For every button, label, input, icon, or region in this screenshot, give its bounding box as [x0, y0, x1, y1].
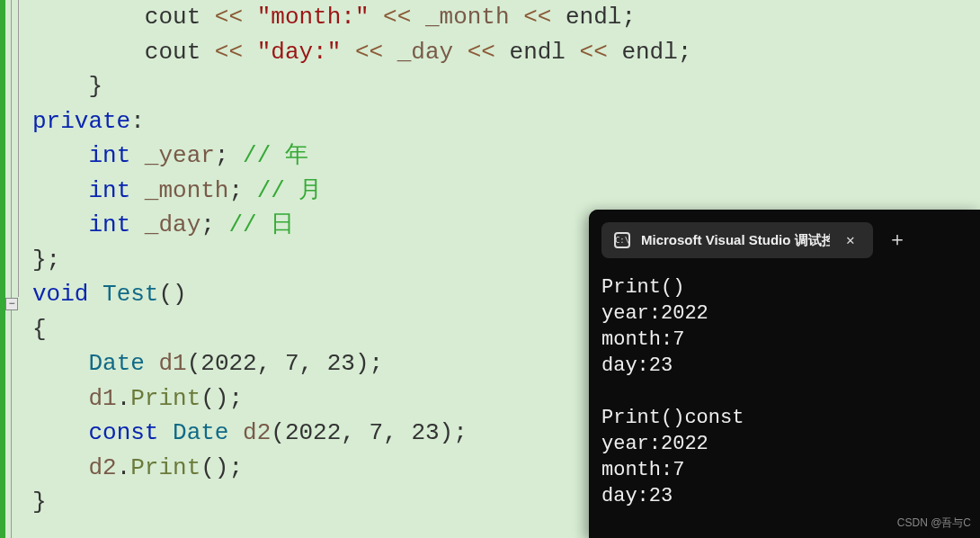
code-token: ,	[257, 350, 285, 377]
code-line[interactable]: cout << "day:" << _day << endl << endl;	[32, 35, 980, 70]
code-token	[130, 211, 145, 238]
code-token: <<	[566, 39, 621, 66]
code-token	[158, 419, 173, 446]
code-token: cout	[145, 4, 200, 31]
code-token: <<	[453, 39, 509, 66]
code-token: 23	[327, 350, 355, 377]
code-token: .	[117, 385, 131, 412]
code-token: // 日	[228, 211, 294, 238]
code-token: int	[88, 177, 130, 204]
code-token: _day	[145, 211, 200, 238]
editor-gutter: −	[0, 0, 25, 538]
terminal-titlebar: C:\ Microsoft Visual Studio 调试控 ✕ ＋	[589, 210, 980, 262]
code-token: 2022	[200, 350, 256, 377]
code-token: Test	[102, 281, 158, 308]
code-token: "day:"	[257, 39, 342, 66]
code-token	[130, 177, 145, 204]
code-token: ()	[158, 281, 186, 308]
code-token: <<	[370, 4, 425, 31]
code-token: int	[88, 142, 130, 169]
code-token: ;	[678, 39, 692, 66]
code-token: cout	[145, 39, 200, 66]
code-token: endl	[621, 39, 677, 66]
code-token: ();	[200, 385, 243, 412]
code-token	[228, 419, 243, 446]
code-token: int	[88, 211, 130, 238]
code-token: Print	[130, 385, 200, 412]
code-token: Date	[88, 350, 144, 377]
code-token: // 月	[257, 177, 323, 204]
code-token: ;	[200, 211, 228, 238]
code-token: ;	[621, 4, 636, 31]
code-token: ();	[200, 454, 243, 481]
code-token: .	[117, 454, 131, 481]
code-token: _month	[425, 4, 510, 31]
code-token: (	[271, 419, 285, 446]
code-token: <<	[510, 4, 566, 31]
terminal-output: Print() year:2022 month:7 day:23 Print()…	[589, 262, 980, 522]
code-token: (	[187, 350, 201, 377]
code-token: Print	[130, 454, 200, 481]
code-token: void	[32, 281, 88, 308]
code-token: ;	[228, 177, 256, 204]
code-token: 7	[285, 350, 299, 377]
code-token: endl	[566, 4, 621, 31]
fold-toggle-icon[interactable]: −	[5, 298, 18, 310]
code-token: "month:"	[257, 4, 370, 31]
code-token: endl	[510, 39, 566, 66]
code-token	[145, 350, 159, 377]
code-token: <<	[200, 39, 256, 66]
code-token: <<	[200, 4, 256, 31]
code-token: }	[88, 73, 102, 100]
code-token: d1	[158, 350, 186, 377]
new-tab-button[interactable]: ＋	[873, 226, 922, 253]
code-token: <<	[341, 39, 396, 66]
code-token: 23	[411, 419, 439, 446]
code-token: ,	[341, 419, 369, 446]
code-token: Date	[173, 419, 228, 446]
code-token: d2	[88, 454, 116, 481]
terminal-window[interactable]: C:\ Microsoft Visual Studio 调试控 ✕ ＋ Prin…	[589, 210, 980, 538]
code-token: const	[88, 419, 158, 446]
code-token: ,	[383, 419, 411, 446]
code-token: // 年	[243, 142, 308, 169]
code-token: };	[32, 247, 60, 273]
close-tab-button[interactable]: ✕	[841, 231, 860, 249]
code-token: }	[32, 489, 47, 516]
terminal-icon: C:\	[614, 232, 630, 248]
code-token: :	[130, 108, 145, 135]
code-token: 7	[370, 419, 384, 446]
terminal-tab[interactable]: C:\ Microsoft Visual Studio 调试控 ✕	[601, 222, 873, 258]
code-line[interactable]: int _month; // 月	[32, 174, 980, 209]
code-token	[130, 142, 145, 169]
code-token: d2	[243, 419, 271, 446]
code-token: _month	[145, 177, 229, 204]
gutter-guide-line	[11, 0, 12, 538]
code-line[interactable]: }	[32, 69, 980, 104]
code-token: d1	[88, 385, 116, 412]
code-token: private	[32, 108, 130, 135]
code-token	[88, 281, 102, 308]
code-line[interactable]: cout << "month:" << _month << endl;	[32, 0, 980, 35]
code-token: ,	[299, 350, 327, 377]
code-token: {	[32, 316, 47, 343]
code-line[interactable]: int _year; // 年	[32, 139, 980, 174]
code-token: _day	[397, 39, 453, 66]
terminal-title: Microsoft Visual Studio 调试控	[641, 232, 830, 249]
code-token: 2022	[285, 419, 341, 446]
code-token: _year	[145, 142, 215, 169]
code-line[interactable]: private:	[32, 104, 980, 139]
code-token: );	[440, 419, 468, 446]
code-token: ;	[215, 142, 243, 169]
watermark-text: CSDN @吾与C	[897, 516, 971, 531]
code-token: );	[355, 350, 383, 377]
gutter-guide-line	[18, 0, 19, 297]
